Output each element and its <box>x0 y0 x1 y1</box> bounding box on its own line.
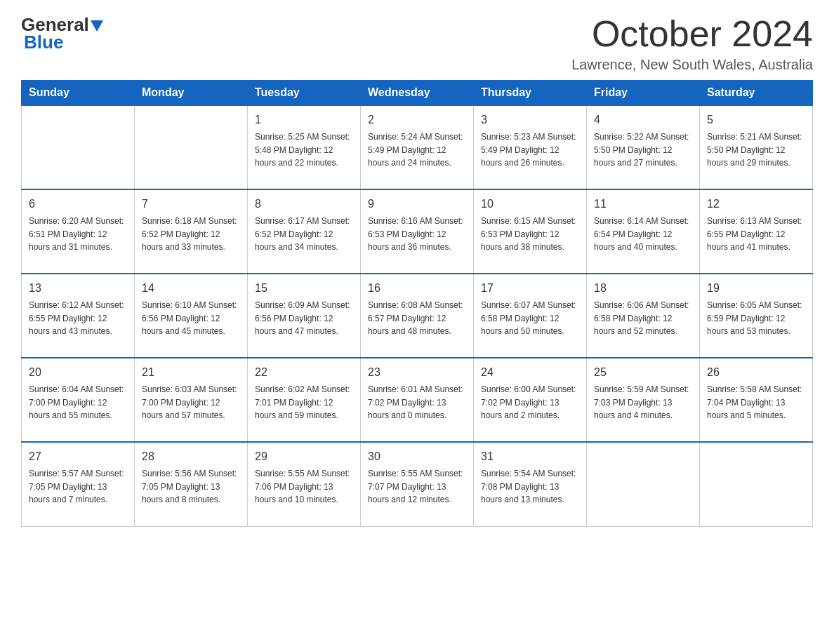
day-info: Sunrise: 6:02 AM Sunset: 7:01 PM Dayligh… <box>255 383 353 422</box>
day-number: 27 <box>29 448 127 465</box>
day-info: Sunrise: 6:03 AM Sunset: 7:00 PM Dayligh… <box>142 383 240 422</box>
calendar-day-cell: 11Sunrise: 6:14 AM Sunset: 6:54 PM Dayli… <box>587 189 700 274</box>
day-of-week-header: Saturday <box>700 81 813 106</box>
day-info: Sunrise: 6:07 AM Sunset: 6:58 PM Dayligh… <box>481 299 579 338</box>
day-number: 6 <box>29 196 127 213</box>
calendar-day-cell: 3Sunrise: 5:23 AM Sunset: 5:49 PM Daylig… <box>474 105 587 189</box>
day-info: Sunrise: 6:15 AM Sunset: 6:53 PM Dayligh… <box>481 215 579 254</box>
calendar-day-cell <box>587 442 700 526</box>
day-number: 9 <box>368 196 466 213</box>
day-number: 19 <box>707 280 805 297</box>
logo-triangle-icon <box>91 20 103 32</box>
day-info: Sunrise: 5:55 AM Sunset: 7:07 PM Dayligh… <box>368 467 466 507</box>
day-number: 8 <box>255 196 353 213</box>
day-info: Sunrise: 5:55 AM Sunset: 7:06 PM Dayligh… <box>255 467 353 507</box>
calendar-day-cell: 14Sunrise: 6:10 AM Sunset: 6:56 PM Dayli… <box>135 274 248 358</box>
calendar-day-cell: 26Sunrise: 5:58 AM Sunset: 7:04 PM Dayli… <box>700 358 813 442</box>
day-of-week-header: Monday <box>135 81 248 106</box>
day-info: Sunrise: 5:58 AM Sunset: 7:04 PM Dayligh… <box>707 383 805 422</box>
calendar-day-cell <box>700 442 813 526</box>
day-info: Sunrise: 5:23 AM Sunset: 5:49 PM Dayligh… <box>481 130 579 170</box>
day-info: Sunrise: 5:22 AM Sunset: 5:50 PM Dayligh… <box>594 130 692 170</box>
day-number: 31 <box>481 448 579 465</box>
day-info: Sunrise: 5:57 AM Sunset: 7:05 PM Dayligh… <box>29 467 127 507</box>
page-header: General Blue October 2024 Lawrence, New … <box>21 14 813 73</box>
day-info: Sunrise: 6:06 AM Sunset: 6:58 PM Dayligh… <box>594 299 692 338</box>
day-number: 13 <box>29 280 127 297</box>
calendar-day-cell: 13Sunrise: 6:12 AM Sunset: 6:55 PM Dayli… <box>22 274 135 358</box>
day-info: Sunrise: 6:17 AM Sunset: 6:52 PM Dayligh… <box>255 215 353 254</box>
day-info: Sunrise: 5:54 AM Sunset: 7:08 PM Dayligh… <box>481 467 579 507</box>
calendar-day-cell: 16Sunrise: 6:08 AM Sunset: 6:57 PM Dayli… <box>361 274 474 358</box>
day-number: 15 <box>255 280 353 297</box>
day-info: Sunrise: 6:04 AM Sunset: 7:00 PM Dayligh… <box>29 383 127 422</box>
calendar-day-cell: 8Sunrise: 6:17 AM Sunset: 6:52 PM Daylig… <box>248 189 361 274</box>
day-number: 23 <box>368 364 466 381</box>
day-number: 18 <box>594 280 692 297</box>
day-info: Sunrise: 5:59 AM Sunset: 7:03 PM Dayligh… <box>594 383 692 422</box>
calendar-day-cell: 28Sunrise: 5:56 AM Sunset: 7:05 PM Dayli… <box>135 442 248 526</box>
calendar-day-cell: 6Sunrise: 6:20 AM Sunset: 6:51 PM Daylig… <box>22 189 135 274</box>
calendar-week-row: 6Sunrise: 6:20 AM Sunset: 6:51 PM Daylig… <box>22 189 813 274</box>
day-number: 30 <box>368 448 466 465</box>
calendar-day-cell: 20Sunrise: 6:04 AM Sunset: 7:00 PM Dayli… <box>22 358 135 442</box>
day-of-week-header: Tuesday <box>248 81 361 106</box>
day-info: Sunrise: 6:14 AM Sunset: 6:54 PM Dayligh… <box>594 215 692 254</box>
calendar-day-cell: 23Sunrise: 6:01 AM Sunset: 7:02 PM Dayli… <box>361 358 474 442</box>
calendar-week-row: 20Sunrise: 6:04 AM Sunset: 7:00 PM Dayli… <box>22 358 813 442</box>
day-info: Sunrise: 5:56 AM Sunset: 7:05 PM Dayligh… <box>142 467 240 507</box>
day-info: Sunrise: 6:13 AM Sunset: 6:55 PM Dayligh… <box>707 215 805 254</box>
day-of-week-header: Friday <box>587 81 700 106</box>
day-number: 17 <box>481 280 579 297</box>
calendar-day-cell <box>22 105 135 189</box>
calendar-day-cell: 7Sunrise: 6:18 AM Sunset: 6:52 PM Daylig… <box>135 189 248 274</box>
day-info: Sunrise: 6:08 AM Sunset: 6:57 PM Dayligh… <box>368 299 466 338</box>
logo-area: General Blue <box>21 14 103 53</box>
day-number: 25 <box>594 364 692 381</box>
day-number: 1 <box>255 112 353 128</box>
calendar-week-row: 13Sunrise: 6:12 AM Sunset: 6:55 PM Dayli… <box>22 274 813 358</box>
day-number: 3 <box>481 112 579 128</box>
calendar-day-cell: 17Sunrise: 6:07 AM Sunset: 6:58 PM Dayli… <box>474 274 587 358</box>
calendar-day-cell: 4Sunrise: 5:22 AM Sunset: 5:50 PM Daylig… <box>587 105 700 189</box>
day-number: 10 <box>481 196 579 213</box>
day-number: 14 <box>142 280 240 297</box>
calendar-day-cell: 31Sunrise: 5:54 AM Sunset: 7:08 PM Dayli… <box>474 442 587 526</box>
day-info: Sunrise: 6:20 AM Sunset: 6:51 PM Dayligh… <box>29 215 127 254</box>
day-number: 29 <box>255 448 353 465</box>
calendar-day-cell: 9Sunrise: 6:16 AM Sunset: 6:53 PM Daylig… <box>361 189 474 274</box>
calendar-day-cell: 25Sunrise: 5:59 AM Sunset: 7:03 PM Dayli… <box>587 358 700 442</box>
day-number: 7 <box>142 196 240 213</box>
calendar-day-cell: 21Sunrise: 6:03 AM Sunset: 7:00 PM Dayli… <box>135 358 248 442</box>
calendar-day-cell: 19Sunrise: 6:05 AM Sunset: 6:59 PM Dayli… <box>700 274 813 358</box>
day-number: 21 <box>142 364 240 381</box>
calendar-day-cell: 2Sunrise: 5:24 AM Sunset: 5:49 PM Daylig… <box>361 105 474 189</box>
calendar-day-cell: 15Sunrise: 6:09 AM Sunset: 6:56 PM Dayli… <box>248 274 361 358</box>
calendar-week-row: 1Sunrise: 5:25 AM Sunset: 5:48 PM Daylig… <box>22 105 813 189</box>
calendar-day-cell: 29Sunrise: 5:55 AM Sunset: 7:06 PM Dayli… <box>248 442 361 526</box>
day-number: 12 <box>707 196 805 213</box>
day-info: Sunrise: 5:24 AM Sunset: 5:49 PM Dayligh… <box>368 130 466 170</box>
day-of-week-header: Wednesday <box>361 81 474 106</box>
day-info: Sunrise: 5:21 AM Sunset: 5:50 PM Dayligh… <box>707 130 805 170</box>
day-number: 26 <box>707 364 805 381</box>
day-number: 2 <box>368 112 466 128</box>
day-number: 4 <box>594 112 692 128</box>
day-info: Sunrise: 5:25 AM Sunset: 5:48 PM Dayligh… <box>255 130 353 170</box>
day-number: 22 <box>255 364 353 381</box>
calendar-day-cell: 24Sunrise: 6:00 AM Sunset: 7:02 PM Dayli… <box>474 358 587 442</box>
day-info: Sunrise: 6:12 AM Sunset: 6:55 PM Dayligh… <box>29 299 127 338</box>
day-info: Sunrise: 6:10 AM Sunset: 6:56 PM Dayligh… <box>142 299 240 338</box>
day-number: 5 <box>707 112 805 128</box>
calendar-day-cell: 1Sunrise: 5:25 AM Sunset: 5:48 PM Daylig… <box>248 105 361 189</box>
day-number: 16 <box>368 280 466 297</box>
calendar-week-row: 27Sunrise: 5:57 AM Sunset: 7:05 PM Dayli… <box>22 442 813 526</box>
title-area: October 2024 Lawrence, New South Wales, … <box>571 14 813 73</box>
logo-blue-text: Blue <box>24 32 63 53</box>
calendar-day-cell: 27Sunrise: 5:57 AM Sunset: 7:05 PM Dayli… <box>22 442 135 526</box>
calendar-day-cell: 12Sunrise: 6:13 AM Sunset: 6:55 PM Dayli… <box>700 189 813 274</box>
calendar-day-cell: 30Sunrise: 5:55 AM Sunset: 7:07 PM Dayli… <box>361 442 474 526</box>
day-of-week-header: Thursday <box>474 81 587 106</box>
calendar-day-cell: 10Sunrise: 6:15 AM Sunset: 6:53 PM Dayli… <box>474 189 587 274</box>
calendar-day-cell: 18Sunrise: 6:06 AM Sunset: 6:58 PM Dayli… <box>587 274 700 358</box>
